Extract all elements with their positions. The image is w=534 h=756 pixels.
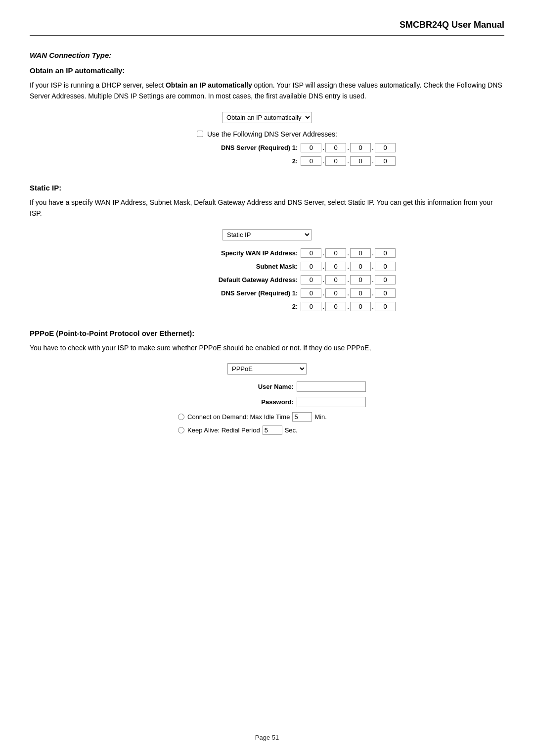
static-dns2-row: 2: . . . [138, 302, 396, 311]
static-dns1-oct1[interactable] [301, 288, 321, 298]
pppoe-keepalive-label: Keep Alive: Redial Period [187, 426, 260, 434]
static-gateway-inputs: . . . [301, 275, 396, 284]
static-wan-ip-row: Specify WAN IP Address: . . . [138, 248, 396, 258]
static-dns2-oct3[interactable] [350, 302, 371, 311]
static-gateway-oct2[interactable] [325, 275, 346, 284]
pppoe-connect-unit: Min. [314, 413, 327, 421]
obtain-ip-dropdown-row: Obtain an IP automatically [222, 112, 312, 123]
page: SMCBR24Q User Manual WAN Connection Type… [0, 0, 534, 756]
obtain-ip-dns1-oct3[interactable] [350, 143, 371, 152]
pppoe-username-label: User Name: [234, 383, 294, 390]
static-ip-form: Static IP Specify WAN IP Address: . . . [30, 229, 504, 315]
static-subnet-label: Subnet Mask: [199, 263, 298, 270]
pppoe-password-row: Password: [168, 397, 366, 407]
obtain-ip-dns-fields: DNS Server (Required) 1: . . . 2: . [138, 143, 396, 170]
pppoe-username-input[interactable] [297, 381, 366, 392]
obtain-ip-dns2-oct3[interactable] [350, 156, 371, 166]
static-wan-ip-oct3[interactable] [350, 248, 371, 258]
static-wan-ip-oct1[interactable] [301, 248, 321, 258]
pppoe-body: You have to check with your ISP to make … [30, 342, 504, 353]
static-gateway-oct1[interactable] [301, 275, 321, 284]
pppoe-username-row: User Name: [168, 381, 366, 392]
static-dns1-row: DNS Server (Required) 1: . . . [138, 288, 396, 298]
header: SMCBR24Q User Manual [30, 20, 504, 36]
pppoe-title: PPPoE (Point-to-Point Protocol over Ethe… [30, 329, 504, 337]
obtain-ip-dns1-oct1[interactable] [301, 143, 321, 152]
pppoe-connect-row: Connect on Demand: Max Idle Time Min. [178, 412, 366, 422]
pppoe-title-rest: (Point-to-Point Protocol over Ethernet): [54, 329, 194, 337]
obtain-ip-dropdown[interactable]: Obtain an IP automatically [222, 112, 312, 123]
obtain-ip-dns1-oct2[interactable] [325, 143, 346, 152]
static-dns1-oct3[interactable] [350, 288, 371, 298]
static-ip-dropdown-row: Static IP [222, 229, 312, 240]
static-dns1-oct4[interactable] [375, 288, 396, 298]
static-ip-dropdown[interactable]: Static IP [222, 229, 312, 240]
pppoe-dropdown[interactable]: PPPoE [227, 363, 307, 375]
pppoe-keepalive-row: Keep Alive: Redial Period Sec. [178, 425, 366, 435]
static-dns2-oct1[interactable] [301, 302, 321, 311]
static-wan-ip-inputs: . . . [301, 248, 396, 258]
pppoe-password-input[interactable] [297, 397, 366, 407]
static-wan-ip-label: Specify WAN IP Address: [199, 249, 298, 257]
pppoe-dropdown-row: PPPoE [168, 363, 366, 375]
static-dns2-inputs: . . . [301, 302, 396, 311]
obtain-ip-dns2-inputs: . . . [301, 156, 396, 166]
pppoe-keepalive-value[interactable] [263, 425, 282, 435]
static-dns1-oct2[interactable] [325, 288, 346, 298]
obtain-ip-form: Obtain an IP automatically Use the Follo… [30, 112, 504, 170]
obtain-ip-dns2-oct4[interactable] [375, 156, 396, 166]
static-ip-body: If you have a specify WAN IP Address, Su… [30, 197, 504, 219]
pppoe-connect-label: Connect on Demand: Max Idle Time [187, 413, 290, 421]
obtain-ip-dns2-oct1[interactable] [301, 156, 321, 166]
static-gateway-label: Default Gateway Address: [199, 276, 298, 284]
pppoe-keepalive-radio[interactable] [178, 427, 184, 433]
static-ip-title: Static IP: [30, 184, 504, 192]
obtain-ip-dns2-oct2[interactable] [325, 156, 346, 166]
static-subnet-oct1[interactable] [301, 262, 321, 271]
pppoe-inner: PPPoE User Name: Password: Connect on De… [168, 363, 366, 439]
static-dns2-oct4[interactable] [375, 302, 396, 311]
static-subnet-oct2[interactable] [325, 262, 346, 271]
pppoe-connect-value[interactable] [292, 412, 312, 422]
static-subnet-inputs: . . . [301, 262, 396, 271]
static-wan-ip-oct2[interactable] [325, 248, 346, 258]
static-dns2-label: 2: [199, 303, 298, 310]
pppoe-section: PPPoE (Point-to-Point Protocol over Ethe… [30, 329, 504, 439]
static-subnet-oct4[interactable] [375, 262, 396, 271]
dns-checkbox[interactable] [197, 131, 203, 137]
header-title: SMCBR24Q User Manual [400, 20, 504, 30]
pppoe-password-label: Password: [234, 398, 294, 406]
wan-connection-type-label: WAN Connection Type: [30, 51, 504, 59]
obtain-ip-title: Obtain an IP automatically: [30, 66, 504, 75]
pppoe-connect-radio[interactable] [178, 414, 184, 420]
obtain-ip-dns1-label: DNS Server (Required) 1: [199, 144, 298, 151]
static-subnet-row: Subnet Mask: . . . [138, 262, 396, 271]
page-footer: Page 51 [0, 734, 534, 741]
static-dns2-oct2[interactable] [325, 302, 346, 311]
page-number: Page 51 [255, 734, 279, 741]
static-ip-fields: Specify WAN IP Address: . . . Subnet Mas… [138, 248, 396, 315]
obtain-ip-dns2-label: 2: [199, 157, 298, 165]
static-wan-ip-oct4[interactable] [375, 248, 396, 258]
static-dns1-inputs: . . . [301, 288, 396, 298]
static-gateway-oct3[interactable] [350, 275, 371, 284]
static-gateway-row: Default Gateway Address: . . . [138, 275, 396, 284]
static-dns1-label: DNS Server (Required) 1: [199, 289, 298, 297]
static-subnet-oct3[interactable] [350, 262, 371, 271]
pppoe-keepalive-unit: Sec. [285, 426, 298, 434]
dns-checkbox-label: Use the Following DNS Server Addresses: [207, 130, 337, 138]
pppoe-title-bold: PPPoE [30, 329, 54, 337]
obtain-ip-body: If your ISP is running a DHCP server, se… [30, 80, 504, 102]
obtain-ip-dns1-row: DNS Server (Required) 1: . . . [138, 143, 396, 152]
dns-checkbox-row: Use the Following DNS Server Addresses: [197, 130, 337, 138]
pppoe-form: PPPoE User Name: Password: Connect on De… [30, 363, 504, 439]
obtain-ip-dns1-inputs: . . . [301, 143, 396, 152]
static-gateway-oct4[interactable] [375, 275, 396, 284]
obtain-ip-dns1-oct4[interactable] [375, 143, 396, 152]
obtain-ip-dns2-row: 2: . . . [138, 156, 396, 166]
